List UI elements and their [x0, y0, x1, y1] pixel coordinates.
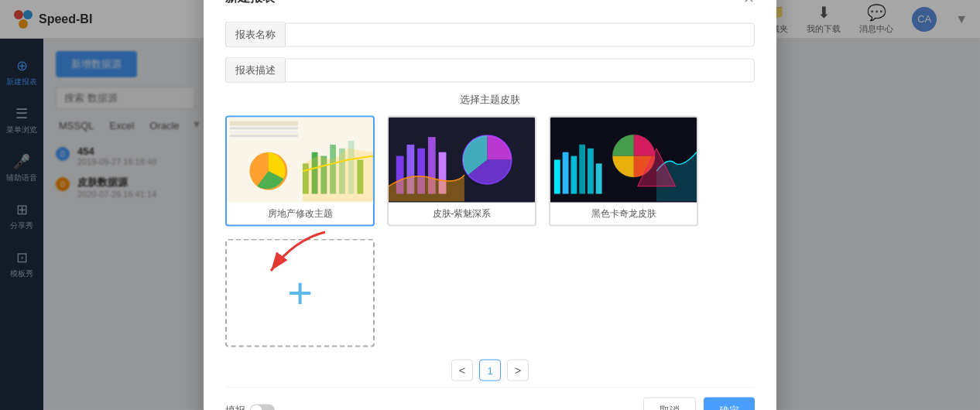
- report-desc-label: 报表描述: [225, 57, 285, 84]
- cancel-button[interactable]: 取消: [643, 398, 696, 411]
- theme-thumbnail-real-estate: [227, 118, 373, 203]
- footer-left: 填报: [225, 404, 275, 411]
- report-name-field: 报表名称: [225, 22, 755, 48]
- theme-section-label: 选择主题皮肤: [225, 93, 755, 107]
- report-desc-input[interactable]: [285, 58, 755, 82]
- theme-label-dark-purple: 皮肤-紫魅深系: [389, 203, 535, 225]
- prev-page-button[interactable]: <: [451, 360, 473, 381]
- pagination: < 1 >: [225, 360, 755, 381]
- theme-card-black-dragon[interactable]: 黑色卡奇龙皮肤: [549, 116, 698, 227]
- new-report-dialog: 新建报表 ✕ 报表名称 报表描述 选择主题皮肤: [204, 0, 776, 410]
- svg-rect-29: [596, 163, 602, 193]
- svg-rect-4: [230, 121, 298, 126]
- theme-label-real-estate: 房地产修改主题: [227, 203, 373, 225]
- dialog-header: 新建报表 ✕: [225, 0, 755, 6]
- add-theme-card[interactable]: +: [225, 239, 375, 347]
- theme-thumbnail-dark-purple: [389, 118, 535, 203]
- svg-rect-5: [230, 127, 298, 129]
- footer-toggle-icon[interactable]: [250, 405, 275, 411]
- svg-rect-26: [571, 156, 577, 194]
- report-name-input[interactable]: [285, 22, 755, 46]
- svg-rect-27: [579, 145, 585, 194]
- add-theme-icon: +: [287, 272, 313, 315]
- dialog-title: 新建报表: [225, 0, 275, 6]
- theme-section: 选择主题皮肤: [225, 93, 755, 347]
- svg-rect-28: [588, 149, 594, 194]
- dialog-footer-buttons: 取消 确定: [643, 398, 755, 411]
- svg-rect-24: [554, 160, 560, 194]
- dialog-footer: 填报 取消 确定: [225, 388, 755, 411]
- svg-rect-6: [230, 131, 298, 133]
- footer-label: 填报: [225, 404, 245, 411]
- close-button[interactable]: ✕: [743, 0, 755, 5]
- theme-card-real-estate[interactable]: 房地产修改主题: [225, 116, 375, 227]
- theme-label-black-dragon: 黑色卡奇龙皮肤: [550, 203, 697, 225]
- next-page-button[interactable]: >: [507, 360, 529, 381]
- report-desc-field: 报表描述: [225, 57, 755, 84]
- theme-grid: 房地产修改主题: [225, 116, 755, 347]
- svg-rect-25: [563, 152, 569, 194]
- theme-card-dark-purple[interactable]: 皮肤-紫魅深系: [387, 116, 536, 227]
- confirm-button[interactable]: 确定: [704, 398, 755, 411]
- theme-thumbnail-black-dragon: [550, 118, 697, 203]
- report-name-label: 报表名称: [225, 22, 285, 48]
- svg-rect-7: [230, 135, 298, 137]
- current-page: 1: [479, 360, 501, 381]
